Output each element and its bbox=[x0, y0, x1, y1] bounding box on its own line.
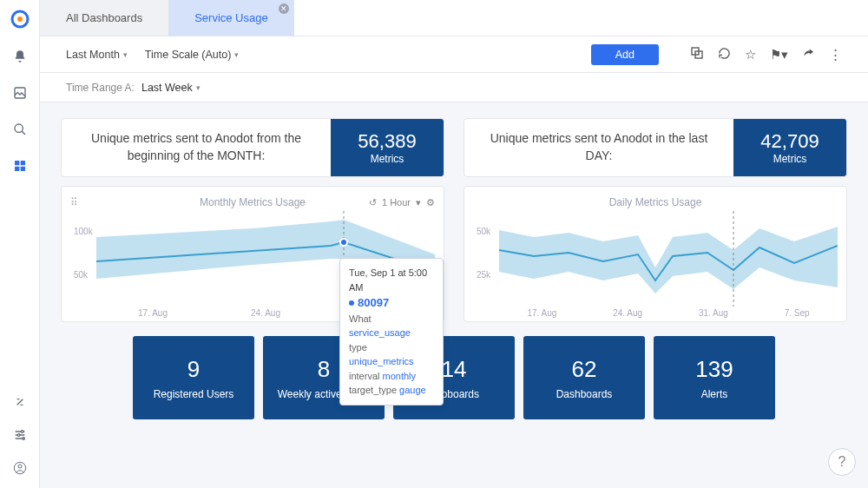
subbar-label: Time Range A: bbox=[66, 82, 135, 94]
tab-service-usage[interactable]: Service Usage ✕ bbox=[168, 0, 294, 36]
tabs: All Dashboards Service Usage ✕ bbox=[40, 0, 868, 36]
bell-icon[interactable] bbox=[12, 49, 28, 64]
stat-number: 62 bbox=[572, 356, 597, 383]
search-icon[interactable] bbox=[12, 122, 28, 137]
chart-tooltip: Tue, Sep 1 at 5:00 AM 80097 What service… bbox=[339, 258, 444, 406]
sidebar bbox=[0, 0, 40, 488]
logo-icon bbox=[10, 9, 30, 30]
image-icon[interactable] bbox=[12, 85, 28, 101]
chevron-down-icon: ▾ bbox=[196, 83, 201, 92]
chart-daily: Daily Metrics Usage 50k 25k 17. Aug 2 bbox=[464, 186, 847, 322]
layout-icon[interactable] bbox=[690, 46, 704, 63]
star-icon[interactable]: ☆ bbox=[745, 47, 756, 63]
time-range-a-dropdown[interactable]: Last Week ▾ bbox=[141, 82, 201, 94]
stat-number: 139 bbox=[695, 356, 733, 383]
chart-title: Monthly Metrics Usage bbox=[200, 196, 306, 208]
stat-number: 9 bbox=[187, 356, 200, 383]
history-icon[interactable]: ↺ bbox=[369, 197, 377, 208]
svg-rect-7 bbox=[20, 167, 24, 171]
metric-number: 42,709 bbox=[760, 130, 819, 153]
x-tick: 7. Sep bbox=[785, 308, 810, 318]
chevron-down-icon: ▾ bbox=[123, 50, 128, 59]
chart-monthly: ⠿ Monthly Metrics Usage ↺ 1 Hour ▾ ⚙ 100… bbox=[61, 186, 444, 322]
dropdown-label: Last Month bbox=[66, 49, 120, 61]
metric-card-month: Unique metrics sent to Anodot from the b… bbox=[61, 118, 444, 177]
svg-point-9 bbox=[17, 434, 20, 437]
metric-text: Unique metrics sent to Anodot from the b… bbox=[62, 119, 331, 176]
drag-handle-icon[interactable]: ⠿ bbox=[70, 196, 78, 208]
flag-icon[interactable]: ⚑▾ bbox=[770, 47, 788, 63]
user-avatar-icon[interactable] bbox=[12, 460, 28, 476]
tab-label: Service Usage bbox=[194, 11, 268, 24]
stat-label: Alerts bbox=[701, 388, 728, 400]
help-button[interactable]: ? bbox=[828, 448, 856, 476]
y-tick: 50k bbox=[477, 227, 490, 236]
svg-rect-6 bbox=[15, 167, 19, 171]
stat-alerts: 139Alerts bbox=[654, 336, 775, 419]
gear-icon[interactable]: ⚙ bbox=[426, 197, 435, 208]
add-button[interactable]: Add bbox=[591, 44, 659, 65]
tab-label: All Dashboards bbox=[66, 11, 142, 24]
x-tick: 24. Aug bbox=[251, 308, 280, 318]
svg-point-12 bbox=[18, 465, 22, 468]
metric-text: Unique metrics sent to Anodot in the las… bbox=[464, 119, 733, 176]
interval-label[interactable]: 1 Hour bbox=[382, 197, 411, 208]
stat-number: 14 bbox=[442, 356, 467, 383]
metric-unit: Metrics bbox=[773, 153, 807, 165]
more-icon[interactable]: ⋮ bbox=[829, 47, 842, 63]
stat-label: Registered Users bbox=[154, 388, 234, 400]
stat-label: Dashboards bbox=[556, 388, 613, 400]
share-icon[interactable] bbox=[802, 47, 815, 63]
toolbar: Last Month▾ Time Scale (Auto)▾ Add ☆ ⚑▾ … bbox=[40, 36, 868, 73]
metric-unit: Metrics bbox=[371, 153, 404, 165]
y-tick: 100k bbox=[74, 227, 93, 236]
chart-svg bbox=[473, 211, 838, 307]
chevron-down-icon: ▾ bbox=[234, 50, 239, 59]
y-tick: 25k bbox=[477, 270, 490, 280]
dashboard-icon[interactable] bbox=[12, 158, 28, 174]
settings-sliders-icon[interactable] bbox=[12, 427, 28, 443]
x-tick: 24. Aug bbox=[613, 308, 642, 318]
tooltip-value: 80097 bbox=[349, 294, 434, 312]
metric-value-box: 56,389 Metrics bbox=[331, 119, 444, 176]
metric-number: 56,389 bbox=[358, 130, 416, 153]
metric-card-day: Unique metrics sent to Anodot in the las… bbox=[464, 118, 847, 177]
x-tick: 31. Aug bbox=[699, 308, 728, 318]
time-range-dropdown[interactable]: Last Month▾ bbox=[66, 49, 128, 61]
tooltip-time: Tue, Sep 1 at 5:00 AM bbox=[349, 266, 434, 294]
time-scale-dropdown[interactable]: Time Scale (Auto)▾ bbox=[145, 49, 240, 61]
svg-rect-5 bbox=[20, 161, 24, 165]
svg-point-1 bbox=[17, 16, 23, 22]
tab-all-dashboards[interactable]: All Dashboards bbox=[40, 0, 168, 36]
svg-point-8 bbox=[21, 431, 23, 433]
x-tick: 17. Aug bbox=[527, 308, 556, 318]
svg-point-16 bbox=[340, 239, 347, 246]
chart-title: Daily Metrics Usage bbox=[609, 196, 702, 208]
refresh-icon[interactable] bbox=[718, 47, 731, 63]
y-tick: 50k bbox=[74, 270, 88, 280]
stat-registered-users: 9Registered Users bbox=[133, 336, 254, 419]
svg-point-3 bbox=[15, 124, 23, 132]
integrations-icon[interactable] bbox=[12, 394, 28, 410]
close-icon[interactable]: ✕ bbox=[279, 3, 289, 14]
chevron-down-icon[interactable]: ▾ bbox=[416, 197, 421, 208]
stats-row: 9Registered Users 8Weekly active users 1… bbox=[61, 336, 847, 419]
stat-number: 8 bbox=[318, 356, 330, 383]
svg-rect-4 bbox=[15, 161, 19, 165]
dashboard-content: Unique metrics sent to Anodot from the b… bbox=[40, 102, 868, 488]
stat-dashboards: 62Dashboards bbox=[523, 336, 645, 419]
time-range-subbar: Time Range A: Last Week ▾ bbox=[40, 73, 868, 102]
dropdown-label: Last Week bbox=[141, 82, 193, 94]
x-tick: 17. Aug bbox=[138, 308, 168, 318]
metric-value-box: 42,709 Metrics bbox=[733, 119, 846, 176]
dropdown-label: Time Scale (Auto) bbox=[145, 49, 232, 61]
